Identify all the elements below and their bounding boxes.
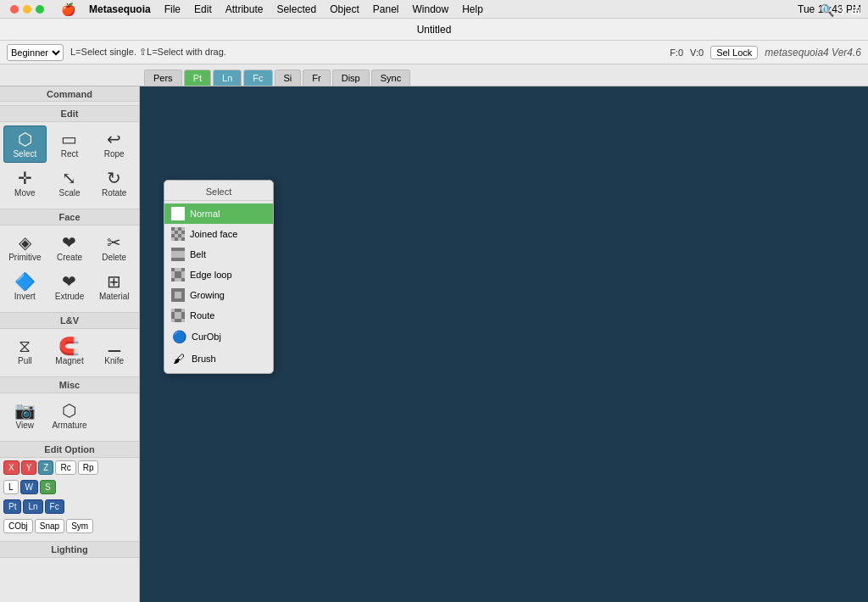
curobj-icon: 🔵 <box>171 329 186 344</box>
menu-panel[interactable]: Panel <box>373 3 399 15</box>
primitive-tool[interactable]: ◈ Primitive <box>3 229 47 266</box>
tab-fr[interactable]: Fr <box>303 70 330 86</box>
ptlnfc-row: Pt Ln Fc <box>0 497 139 516</box>
move-label: Move <box>14 188 35 198</box>
ln-btn[interactable]: Ln <box>23 499 42 514</box>
menu-help[interactable]: Help <box>462 3 483 15</box>
dropdown-title: Select <box>164 184 273 201</box>
close-button[interactable] <box>10 5 19 14</box>
magnet-icon: 🧲 <box>58 337 80 354</box>
sel-lock-button[interactable]: Sel Lock <box>710 46 758 59</box>
vertex-count: V:0 <box>690 47 704 58</box>
material-tool[interactable]: ⊞ Material <box>92 268 136 305</box>
face-section-header: Face <box>0 209 139 226</box>
select-tool[interactable]: ⬡ Select <box>3 125 47 163</box>
pt-btn[interactable]: Pt <box>3 499 21 514</box>
apple-menu[interactable]: 🍎 <box>61 3 75 16</box>
dd-joined-face[interactable]: Joined face <box>164 224 273 244</box>
l-btn[interactable]: L <box>3 480 19 494</box>
rect-tool[interactable]: ▭ Rect <box>48 125 92 163</box>
dd-brush[interactable]: 🖌 Brush <box>164 348 273 370</box>
move-tool[interactable]: ✛ Move <box>3 164 47 202</box>
fc-btn[interactable]: Fc <box>45 499 64 514</box>
axis-x-btn[interactable]: X <box>3 460 19 475</box>
dd-growing[interactable]: Growing <box>164 285 273 305</box>
tab-pers[interactable]: Pers <box>144 70 182 86</box>
tab-sync[interactable]: Sync <box>371 70 410 86</box>
axis-y-btn[interactable]: Y <box>21 460 37 475</box>
axis-z-btn[interactable]: Z <box>38 460 53 475</box>
menu-object[interactable]: Object <box>330 3 359 15</box>
rope-tool[interactable]: ↩ Rope <box>92 125 136 163</box>
route-icon <box>171 309 185 322</box>
menu-selected[interactable]: Selected <box>276 3 316 15</box>
s-btn[interactable]: S <box>40 480 56 494</box>
viewport[interactable]: Select Normal <box>140 86 868 602</box>
view-label: View <box>16 421 35 430</box>
rope-icon: ↩ <box>107 131 121 148</box>
rotate-tool[interactable]: ↻ Rotate <box>92 164 136 202</box>
content-area: Command Edit ⬡ Select ▭ Rect ↩ Rope ✛ <box>0 86 868 602</box>
cobj-row: CObj Snap Sym <box>0 516 139 536</box>
menu-edit[interactable]: Edit <box>194 3 212 15</box>
zoom-icon[interactable]: 🔍 <box>820 3 834 17</box>
pull-tool[interactable]: ⧖ Pull <box>3 332 47 370</box>
knife-tool[interactable]: ⚊ Knife <box>92 332 136 370</box>
dd-curobj[interactable]: 🔵 CurObj <box>164 326 273 348</box>
snap-btn[interactable]: Snap <box>35 519 64 533</box>
armature-tool[interactable]: ⬡ Armature <box>48 397 92 434</box>
misc-tools: 📷 View ⬡ Armature <box>0 393 139 438</box>
tab-ln[interactable]: Ln <box>213 70 242 86</box>
rp-btn[interactable]: Rp <box>78 460 99 475</box>
dd-joined-face-label: Joined face <box>190 229 237 239</box>
toolbar-hint: L=Select single. ⇧L=Select with drag. <box>70 47 226 58</box>
minimize-button[interactable] <box>23 5 31 14</box>
tab-pt[interactable]: Pt <box>184 70 211 86</box>
view-tool[interactable]: 📷 View <box>3 397 47 434</box>
dd-edge-loop-label: Edge loop <box>190 270 232 280</box>
tab-fc[interactable]: Fc <box>243 70 272 86</box>
move-icon[interactable]: ✛ <box>837 3 848 17</box>
magnet-tool[interactable]: 🧲 Magnet <box>48 332 92 370</box>
tab-disp[interactable]: Disp <box>332 70 370 86</box>
dd-route[interactable]: Route <box>164 305 273 326</box>
extrude-tool[interactable]: ❤ Extrude <box>48 268 92 305</box>
delete-tool[interactable]: ✂ Delete <box>92 229 136 266</box>
lv-tools: ⧖ Pull 🧲 Magnet ⚊ Knife <box>0 329 139 373</box>
rc-btn[interactable]: Rc <box>55 460 75 475</box>
scale-tool[interactable]: ⤡ Scale <box>48 164 92 202</box>
knife-icon: ⚊ <box>107 337 122 354</box>
scale-label: Scale <box>58 188 80 198</box>
material-label: Material <box>99 292 130 301</box>
sym-btn[interactable]: Sym <box>66 519 93 533</box>
tab-si[interactable]: Si <box>275 70 302 86</box>
menu-file[interactable]: File <box>164 3 181 15</box>
app-name[interactable]: Metasequoia <box>89 3 151 15</box>
cobj-btn[interactable]: CObj <box>3 519 33 533</box>
lv-section-header: L&V <box>0 312 139 329</box>
full-main: Pers Pt Ln Fc Si Fr Disp Sync 🔍 ✛ ⊞ Comm… <box>0 64 868 602</box>
w-btn[interactable]: W <box>20 480 38 494</box>
level-select[interactable]: Beginner <box>7 44 64 61</box>
menu-window[interactable]: Window <box>413 3 449 15</box>
select-dropdown: Select Normal <box>164 180 274 374</box>
menu-attribute[interactable]: Attribute <box>225 3 264 15</box>
grid-icon[interactable]: ⊞ <box>851 3 861 17</box>
create-icon: ❤ <box>62 234 76 251</box>
left-panel: Command Edit ⬡ Select ▭ Rect ↩ Rope ✛ <box>0 86 140 602</box>
create-tool[interactable]: ❤ Create <box>48 229 92 266</box>
armature-label: Armature <box>52 421 86 430</box>
delete-icon: ✂ <box>107 234 121 251</box>
dd-edge-loop[interactable]: Edge loop <box>164 265 273 285</box>
toolbar: Beginner L=Select single. ⇧L=Select with… <box>0 41 868 64</box>
maximize-button[interactable] <box>36 5 44 14</box>
dd-normal[interactable]: Normal <box>164 203 273 224</box>
scale-icon: ⤡ <box>62 170 76 187</box>
lighting-header: Lighting <box>0 541 139 558</box>
rotate-label: Rotate <box>102 188 126 198</box>
move-icon-tool: ✛ <box>18 170 32 187</box>
invert-tool[interactable]: 🔷 Invert <box>3 268 47 305</box>
edit-option-header: Edit Option <box>0 441 139 458</box>
dd-belt[interactable]: Belt <box>164 244 273 265</box>
dd-route-label: Route <box>190 310 214 321</box>
